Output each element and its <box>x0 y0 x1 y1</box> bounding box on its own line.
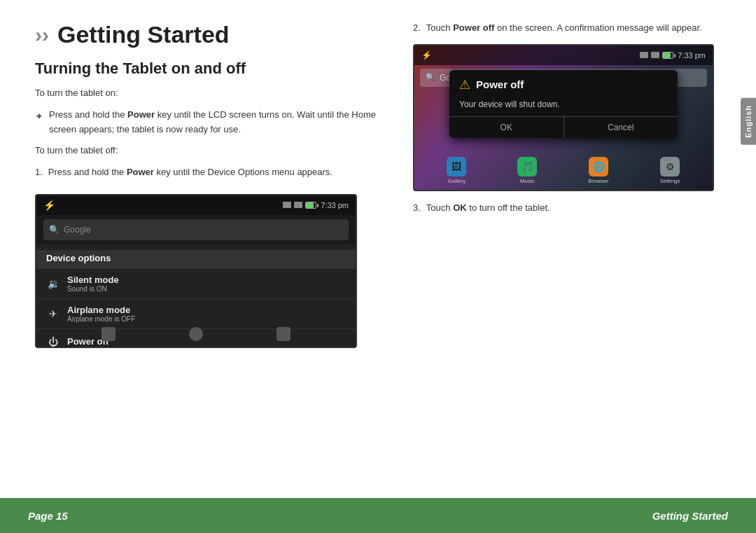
right-battery-fill <box>663 53 671 58</box>
step2-num: 2. <box>413 21 421 36</box>
turn-on-bullet: ✦ Press and hold the Power key until the… <box>35 108 385 137</box>
step3-num: 3. <box>413 201 421 216</box>
airplane-mode-label: Airplane mode <box>67 305 135 315</box>
gallery-app: 🖼 Gallery <box>447 157 466 184</box>
gallery-icon: 🖼 <box>447 157 466 176</box>
step2: 2. Touch Power off on the screen. A conf… <box>413 21 728 36</box>
wifi-icon <box>294 202 302 208</box>
language-tab: English <box>741 98 756 145</box>
gallery-label: Gallery <box>448 178 465 184</box>
arrow-icon: ›› <box>35 23 49 47</box>
silent-mode-icon: 🔉 <box>46 277 60 291</box>
browser-app: 🌐 Browser <box>588 157 608 184</box>
right-signal-icon <box>640 52 648 58</box>
nav-back <box>102 327 115 341</box>
search-placeholder: Google <box>64 225 91 235</box>
settings-label: Settings <box>660 178 680 184</box>
silent-mode-sub: Sound is ON <box>67 285 119 293</box>
battery-icon <box>305 202 316 209</box>
step1-num: 1. <box>35 165 43 180</box>
browser-label: Browser <box>588 178 608 184</box>
warning-icon: ⚠ <box>459 77 470 92</box>
silent-mode-label: Silent mode <box>67 275 119 285</box>
left-device-screenshot: ⚡ 7:33 pm 🔍 Google Device options 🔉 <box>35 194 357 348</box>
page-footer: Page 15 Getting Started <box>0 498 756 533</box>
right-column: 2. Touch Power off on the screen. A conf… <box>413 21 728 476</box>
step1: 1. Press and hold the Power key until th… <box>35 165 385 180</box>
footer-page-number: Page 15 <box>28 510 68 522</box>
left-device-time: 7:33 pm <box>321 201 349 209</box>
music-label: Music <box>520 178 535 184</box>
dialog-cancel-button[interactable]: Cancel <box>564 117 678 138</box>
silent-mode-text: Silent mode Sound is ON <box>67 275 119 293</box>
power-bold: Power <box>127 109 155 120</box>
step1-text: Press and hold the Power key until the D… <box>48 165 332 180</box>
dialog-body-text: Your device will shut down. <box>449 97 678 116</box>
music-app: 🎵 Music <box>517 157 537 184</box>
right-usb-icon: ⚡ <box>421 50 432 60</box>
settings-app: ⚙ Settings <box>660 157 680 184</box>
settings-icon: ⚙ <box>660 157 680 176</box>
signal-icon <box>283 202 291 208</box>
left-device-searchbar: 🔍 Google <box>43 219 349 240</box>
turn-on-bullet-text: Press and hold the Power key until the L… <box>49 108 385 137</box>
music-icon: 🎵 <box>517 157 537 176</box>
search-icon: 🔍 <box>49 225 59 235</box>
turn-on-intro: To turn the tablet on: <box>35 86 385 101</box>
device-options-title: Device options <box>36 250 356 269</box>
step3: 3. Touch OK to turn off the tablet. <box>413 201 728 216</box>
battery-fill <box>306 202 314 208</box>
left-statusbar: ⚡ 7:33 pm <box>36 195 356 215</box>
airplane-mode-option: ✈ Airplane mode Airplane mode is OFF <box>36 299 356 329</box>
step3-text: Touch OK to turn off the tablet. <box>426 201 550 216</box>
airplane-mode-text: Airplane mode Airplane mode is OFF <box>67 305 135 323</box>
right-battery-icon <box>662 52 673 59</box>
browser-icon: 🌐 <box>589 157 608 176</box>
silent-mode-option: 🔉 Silent mode Sound is ON <box>36 269 356 299</box>
right-search-icon: 🔍 <box>426 73 435 82</box>
device-overlay: ⚡ 7:33 pm 🔍 Google <box>414 46 713 190</box>
airplane-mode-sub: Airplane mode is OFF <box>67 315 135 323</box>
nav-home <box>189 327 203 341</box>
footer-section-title: Getting Started <box>652 510 728 522</box>
dialog-title-bar: ⚠ Power off <box>449 70 678 97</box>
right-device-screenshot: ⚡ 7:33 pm 🔍 Google <box>413 44 714 191</box>
step2-text: Touch Power off on the screen. A confirm… <box>426 21 702 36</box>
right-statusbar: ⚡ 7:33 pm <box>414 46 713 65</box>
nav-menu <box>276 327 290 341</box>
right-status-right: 7:33 pm <box>640 51 706 60</box>
airplane-mode-icon: ✈ <box>46 307 60 321</box>
right-wifi-icon <box>651 52 659 58</box>
usb-icon: ⚡ <box>43 200 55 211</box>
section-title: Turning the Tablet on and off <box>35 60 385 78</box>
dialog-buttons: OK Cancel <box>449 116 678 138</box>
dialog-title-text: Power off <box>476 78 524 90</box>
dialog-ok-button[interactable]: OK <box>449 117 564 138</box>
device-bottom-nav <box>36 327 356 341</box>
right-signal-icons <box>640 52 673 59</box>
turn-off-intro: To turn the tablet off: <box>35 144 385 158</box>
app-icons-row: 🖼 Gallery 🎵 Music 🌐 Browser ⚙ Settings <box>414 157 713 184</box>
bullet-marker: ✦ <box>35 109 43 124</box>
left-column: ›› Getting Started Turning the Tablet on… <box>35 21 385 476</box>
page-title-text: Getting Started <box>57 21 230 48</box>
status-right: 7:33 pm <box>283 201 349 209</box>
page-title: ›› Getting Started <box>35 21 385 48</box>
signal-icons <box>283 202 316 209</box>
right-device-time: 7:33 pm <box>678 51 706 60</box>
poweroff-dialog: ⚠ Power off Your device will shut down. … <box>449 70 678 138</box>
